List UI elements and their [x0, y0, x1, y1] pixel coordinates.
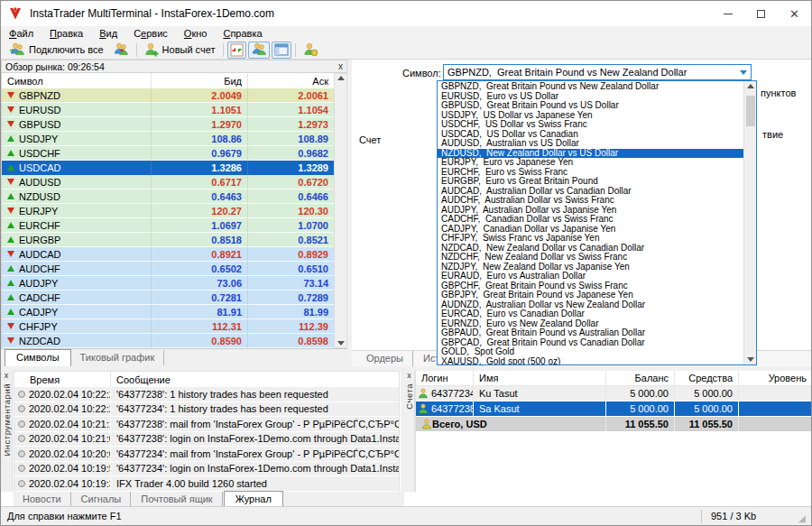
dropdown-item-AUDJPY[interactable]: AUDJPY, Australian Dollar vs Japanise Ye… — [438, 206, 743, 216]
dropdown-item-GBPNZD[interactable]: GBPNZD, Great Britain Pound vs New Zeala… — [438, 82, 743, 92]
dropdown-item-EURAUD[interactable]: EURAUD, Euro vs Australian Dollar — [438, 272, 743, 281]
dropdown-item-CADCHF[interactable]: CADCHF, Canadian Dollar vs Swiss Franc — [438, 215, 743, 225]
menu-item-Файл[interactable]: Файл — [1, 27, 42, 40]
journal-tab-Почтовый ящик[interactable]: Почтовый ящик — [132, 492, 222, 507]
disconnect-all-button[interactable] — [108, 42, 134, 59]
dropdown-item-EURNZD[interactable]: EURNZD, Euro vs New Zealand Dollar — [438, 319, 743, 329]
account-settings-button[interactable] — [299, 42, 323, 59]
account-row-64377234[interactable]: 64377234Ku Tasut5 000.005 000.00 — [416, 386, 812, 401]
menu-item-Вид[interactable]: Вид — [91, 27, 125, 40]
dropdown-item-EURGBP[interactable]: EURGBP, Euro vs Great Britain Pound — [438, 177, 743, 187]
market-row-AUDCHF[interactable]: AUDCHF0.65020.6510 — [2, 262, 334, 276]
dropdown-item-XAUUSD[interactable]: XAUUSD, Gold spot (500 oz) — [438, 357, 743, 365]
dropdown-item-AUDCHF[interactable]: AUDCHF, Australian Dollar vs Swiss Franc — [438, 196, 743, 206]
new-account-button[interactable]: Новый счет — [140, 42, 220, 59]
market-row-USDJPY[interactable]: USDJPY108.86108.89 — [2, 132, 334, 146]
accounts-close-icon[interactable]: x — [407, 371, 411, 380]
dropdown-item-EURUSD[interactable]: EURUSD, Euro vs US Dollar — [438, 92, 743, 102]
column-time[interactable]: Время — [14, 372, 111, 387]
dropdown-item-GBPJPY[interactable]: GBPJPY, Great Britain Pound vs Japanese … — [438, 291, 743, 300]
column-equity[interactable]: Средства — [675, 371, 739, 385]
dropdown-item-NZDCAD[interactable]: NZDCAD, New Zealand Dollar vs Canadian D… — [438, 244, 743, 254]
maximize-button[interactable] — [744, 1, 778, 26]
scroll-thumb[interactable] — [746, 96, 755, 126]
market-tab-Тиковый график[interactable]: Тиковый график — [71, 350, 165, 365]
menu-item-Сервис[interactable]: Сервис — [125, 27, 176, 40]
dropdown-item-AUDUSD[interactable]: AUDUSD, Australian vs US Dollar — [438, 139, 743, 149]
market-row-EURGBP[interactable]: EURGBP0.85180.8521 — [2, 233, 334, 247]
column-bid[interactable]: Бид — [152, 73, 248, 88]
column-message[interactable]: Сообщение — [111, 372, 399, 387]
column-symbol[interactable]: Символ — [2, 73, 152, 88]
market-row-NZDUSD[interactable]: NZDUSD0.64630.6466 — [2, 189, 334, 204]
market-row-AUDUSD[interactable]: AUDUSD0.67170.6720 — [2, 175, 334, 189]
dropdown-item-EURCHF[interactable]: EURCHF, Euro vs Swiss Franc — [438, 168, 743, 178]
dropdown-item-GOLD[interactable]: GOLD, Spot Gold — [438, 347, 743, 357]
dropdown-item-USDCAD[interactable]: USDCAD, US Dollar vs Canadian — [438, 130, 743, 140]
minimize-button[interactable] — [711, 1, 744, 26]
dropdown-item-GBPCHF[interactable]: GBPCHF, Great Britain Pound vs Swiss Fra… — [438, 281, 743, 291]
journal-tab-Новости[interactable]: Новости — [14, 492, 71, 507]
journal-row[interactable]: 2020.02.04 10:19:5...'64377234': login o… — [14, 462, 399, 477]
symbol-combobox[interactable]: GBPNZD, Great Britain Pound vs New Zeala… — [443, 64, 752, 80]
account-row-64377238[interactable]: 64377238Sa Kasut5 000.005 000.00 — [416, 401, 812, 417]
column-ask[interactable]: Аск — [248, 73, 335, 88]
journal-row[interactable]: 2020.02.04 10:22:2...'64377234': 1 histo… — [14, 402, 399, 418]
journal-row[interactable]: 2020.02.04 10:20:0...'64377234': mail fr… — [14, 447, 399, 462]
journal-close-icon[interactable]: x — [5, 371, 9, 380]
dropdown-item-EURCAD[interactable]: EURCAD, Euro vs Canadian Dollar — [438, 309, 743, 319]
dropdown-item-GBPUSD[interactable]: GBPUSD, Great Britain Pound vs US Dollar — [438, 101, 743, 111]
market-row-CADJPY[interactable]: CADJPY81.9181.99 — [2, 305, 334, 319]
market-row-AUDCAD[interactable]: AUDCAD0.89210.8929 — [2, 247, 334, 262]
market-row-NZDCAD[interactable]: NZDCAD0.85900.8598 — [2, 334, 334, 348]
dropdown-item-NZDJPY[interactable]: NZDJPY, New Zealand Dollar vs Japanise Y… — [438, 263, 743, 272]
dropdown-item-CHFJPY[interactable]: CHFJPY, Swiss Franc vs Japanise Yen — [438, 234, 743, 244]
market-row-GBPNZD[interactable]: GBPNZD2.00492.0061 — [2, 88, 334, 103]
journal-vertical-tab[interactable]: Инструментарий — [2, 383, 12, 456]
resize-grip[interactable]: ◢ — [798, 512, 811, 525]
column-level[interactable]: Уровень — [739, 371, 812, 385]
journal-tab-Сигналы[interactable]: Сигналы — [72, 492, 132, 507]
dropdown-item-GBPAUD[interactable]: GBPAUD, Great Britain Pound vs Australia… — [438, 328, 743, 338]
market-row-CHFJPY[interactable]: CHFJPY112.31112.39 — [2, 319, 334, 334]
market-watch-close-icon[interactable]: x — [338, 61, 343, 71]
close-button[interactable]: ✕ — [778, 1, 811, 26]
menu-item-Справка[interactable]: Справка — [215, 27, 270, 40]
toggle-accounts-button[interactable] — [248, 42, 270, 59]
market-row-GBPUSD[interactable]: GBPUSD1.29701.2973 — [2, 117, 334, 132]
market-row-USDCHF[interactable]: USDCHF0.96790.9682 — [2, 146, 334, 161]
dropdown-item-NZDCHF[interactable]: NZDCHF, New Zealand Dollar vs Swiss Fran… — [438, 253, 743, 263]
journal-row[interactable]: 2020.02.04 10:22:2...'64377238': 1 histo… — [14, 387, 399, 402]
column-login[interactable]: Логин — [416, 371, 474, 385]
market-row-CADCHF[interactable]: CADCHF0.72810.7289 — [2, 291, 334, 305]
dropdown-item-NZDUSD[interactable]: NZDUSD, New Zealand Dollar vs US Dollar — [438, 149, 743, 159]
dropdown-item-USDCHF[interactable]: USDCHF, US Dollar vs Swiss Franc — [438, 120, 743, 130]
dropdown-item-CADJPY[interactable]: CADJPY, Canadian Dollar vs Japanise Yen — [438, 225, 743, 235]
column-balance[interactable]: Баланс — [606, 371, 675, 385]
dropdown-item-USDJPY[interactable]: USDJPY, US Dollar vs Japanese Yen — [438, 111, 743, 121]
scroll-up-icon[interactable] — [747, 84, 754, 88]
market-watch-scrollbar[interactable] — [334, 73, 347, 348]
toggle-toolbox-button[interactable] — [272, 42, 291, 59]
dropdown-item-AUDCAD[interactable]: AUDCAD, Australian Dollar vs Canadian Do… — [438, 187, 743, 197]
title-bar[interactable]: InstaTrader MultiTerminal - InstaForex-1… — [1, 1, 811, 26]
market-row-USDCAD[interactable]: USDCAD1.32861.3289 — [2, 161, 334, 175]
column-name[interactable]: Имя — [474, 371, 606, 385]
journal-row[interactable]: 2020.02.04 10:21:1...'64377238': mail fr… — [14, 417, 399, 432]
menu-item-Правка[interactable]: Правка — [42, 27, 91, 40]
dropdown-item-AUDNZD[interactable]: AUDNZD, Australian Dollar vs New Zealand… — [438, 300, 743, 310]
scroll-up-icon[interactable] — [337, 76, 345, 80]
market-row-EURCHF[interactable]: EURCHF1.06971.0700 — [2, 218, 334, 233]
market-row-EURUSD[interactable]: EURUSD1.10511.1054 — [2, 103, 334, 117]
dropdown-scrollbar[interactable] — [743, 81, 756, 365]
market-row-EURJPY[interactable]: EURJPY120.27120.30 — [2, 204, 334, 218]
scroll-down-icon[interactable] — [747, 357, 754, 362]
dropdown-item-EURJPY[interactable]: EURJPY, Euro vs Japanese Yen — [438, 158, 743, 168]
menu-item-Окно[interactable]: Окно — [176, 27, 216, 40]
market-tab-Символы[interactable]: Символы — [5, 349, 71, 366]
journal-row[interactable]: 2020.02.04 10:19:3...IFX Trader 4.00 bui… — [14, 476, 399, 492]
toggle-market-watch-button[interactable] — [227, 42, 246, 59]
journal-row[interactable]: 2020.02.04 10:21:0...'64377238': login o… — [14, 432, 399, 448]
orders-tab-Ордеры[interactable]: Ордеры — [357, 351, 413, 366]
market-row-AUDJPY[interactable]: AUDJPY73.0673.14 — [2, 276, 334, 291]
